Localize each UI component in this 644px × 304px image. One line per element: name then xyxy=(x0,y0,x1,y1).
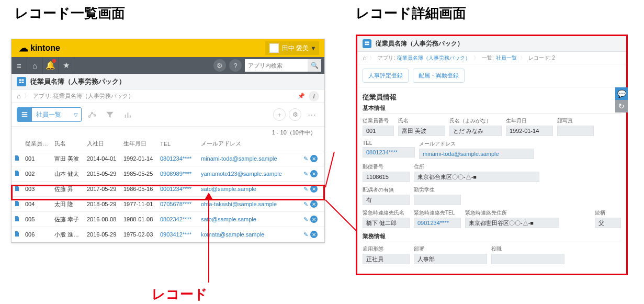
home-crumb-icon[interactable]: ⌂ xyxy=(17,92,21,100)
help-icon[interactable]: ? xyxy=(229,59,242,72)
bar-chart-icon[interactable] xyxy=(120,107,135,122)
svg-rect-14 xyxy=(367,41,369,43)
cell-tel[interactable]: 0908989**** xyxy=(158,166,199,182)
table-row[interactable]: 003佐藤 昇2017-05-291986-05-160001234****sa… xyxy=(12,182,324,197)
settings-button[interactable]: ⚙ xyxy=(289,108,301,121)
table-row[interactable]: 001富田 美波2014-04-011992-01-140801234****m… xyxy=(12,151,324,166)
view-name: 社員一覧 xyxy=(32,110,71,119)
col-birth[interactable]: 生年月日 xyxy=(121,137,158,151)
cell-tel[interactable]: 0001234**** xyxy=(158,182,199,197)
delete-icon[interactable]: ✕ xyxy=(310,155,318,162)
add-button[interactable]: ＋ xyxy=(273,108,286,121)
table-row[interactable]: 005佐藤 幸子2016-08-081988-01-080802342****s… xyxy=(12,212,324,227)
chevron-down-icon: ▽ xyxy=(71,112,81,118)
delete-icon[interactable]: ✕ xyxy=(310,216,318,223)
cell-tel[interactable]: 0802342**** xyxy=(158,212,199,227)
cell-mail[interactable]: komata@sample.sample xyxy=(199,227,301,242)
cell-hire: 2014-04-01 xyxy=(85,151,121,166)
home-crumb-icon[interactable]: ⌂ xyxy=(363,54,366,62)
home-icon[interactable]: ⌂ xyxy=(27,57,43,74)
cell-tel[interactable]: 0903412**** xyxy=(158,227,199,242)
col-tel[interactable]: TEL xyxy=(158,137,199,151)
col-name[interactable]: 氏名 xyxy=(52,137,85,151)
cell-tel[interactable]: 0801234**** xyxy=(158,151,199,166)
delete-icon[interactable]: ✕ xyxy=(310,200,318,208)
svg-rect-1 xyxy=(22,79,24,81)
cell-tel[interactable]: 0705678**** xyxy=(158,197,199,212)
list-window: ☁kintone 田中 愛美 ▾ ≡ ⌂ 🔔 ★ ⚙ ? 🔍 従業員名簿（人事労… xyxy=(11,39,325,243)
btn-hr-eval[interactable]: 人事評定登録 xyxy=(363,69,409,83)
edit-icon[interactable]: ✎ xyxy=(303,186,308,192)
cell-mail[interactable]: minami-toda@sample.sample xyxy=(199,151,301,166)
search-input[interactable] xyxy=(245,59,308,72)
col-hire[interactable]: 入社日 xyxy=(85,137,121,151)
record-icon[interactable] xyxy=(12,212,23,227)
svg-rect-2 xyxy=(19,82,21,83)
cell-name: 太田 隆 xyxy=(52,197,85,212)
app-name: 従業員名簿（人事労務パック） xyxy=(376,39,464,48)
cell-birth: 1975-02-03 xyxy=(121,227,158,242)
val-mail[interactable]: minami-toda@sample.sample xyxy=(419,149,534,159)
table-row[interactable]: 004太田 隆2018-05-291977-11-010705678****oh… xyxy=(12,197,324,212)
cell-hire: 2016-05-29 xyxy=(85,227,121,242)
val-tel[interactable]: 0801234**** xyxy=(363,147,415,157)
user-menu[interactable]: 田中 愛美 ▾ xyxy=(265,41,319,55)
info-icon[interactable]: i xyxy=(309,91,319,102)
svg-rect-13 xyxy=(365,41,367,43)
delete-icon[interactable]: ✕ xyxy=(310,231,318,238)
table-row[interactable]: 006小股 進次郎2016-05-291975-02-030903412****… xyxy=(12,227,324,242)
menu-icon[interactable]: ≡ xyxy=(12,57,27,74)
val-student xyxy=(414,195,461,205)
record-icon[interactable] xyxy=(12,151,23,166)
col-mail[interactable]: メールアドレス xyxy=(199,137,301,151)
view-select[interactable]: 社員一覧 ▽ xyxy=(17,107,82,122)
crumb-view-link[interactable]: 社員一覧 xyxy=(496,54,517,62)
record-icon[interactable] xyxy=(12,197,23,212)
graph-icon[interactable] xyxy=(85,107,99,122)
filter-icon[interactable] xyxy=(103,107,117,122)
more-icon[interactable]: ⋯ xyxy=(304,107,319,122)
section-employee-info: 従業員情報 xyxy=(363,93,621,102)
comment-icon[interactable]: 💬 xyxy=(615,87,628,100)
pin-icon[interactable]: 📌 xyxy=(296,91,307,102)
cell-mail[interactable]: ohta-takashi@sample.sample xyxy=(199,197,301,212)
svg-rect-4 xyxy=(22,112,28,113)
edit-icon[interactable]: ✎ xyxy=(303,231,308,238)
cell-no: 004 xyxy=(23,197,52,212)
edit-icon[interactable]: ✎ xyxy=(303,216,308,222)
brand[interactable]: ☁kintone xyxy=(19,42,60,54)
val-rel: 父 xyxy=(595,218,621,228)
search-box[interactable]: 🔍 xyxy=(245,59,321,72)
val-spouse: 有 xyxy=(363,195,410,205)
bell-icon[interactable]: 🔔 xyxy=(43,57,59,74)
delete-icon[interactable]: ✕ xyxy=(310,185,318,193)
history-icon[interactable]: ↻ xyxy=(615,100,628,112)
cell-no: 002 xyxy=(23,166,52,182)
val-em-tel[interactable]: 0901234**** xyxy=(414,218,461,228)
edit-icon[interactable]: ✎ xyxy=(303,155,308,162)
edit-icon[interactable]: ✎ xyxy=(303,201,308,207)
record-icon[interactable] xyxy=(12,227,23,242)
toolbar: 社員一覧 ▽ ＋ ⚙ ⋯ xyxy=(12,103,324,127)
cell-no: 006 xyxy=(23,227,52,242)
record-icon[interactable] xyxy=(12,182,23,197)
svg-rect-10 xyxy=(125,115,126,118)
star-icon[interactable]: ★ xyxy=(59,57,74,74)
record-icon[interactable] xyxy=(12,166,23,182)
cell-mail[interactable]: sato@sample.sample xyxy=(199,212,301,227)
val-photo xyxy=(557,126,594,136)
gear-icon[interactable]: ⚙ xyxy=(213,59,226,72)
cell-no: 001 xyxy=(23,151,52,166)
val-dept: 人事部 xyxy=(414,254,487,264)
crumb-app-link[interactable]: 従業員名簿（人事労務パック） xyxy=(397,54,470,62)
table-row[interactable]: 002山本 健太2015-05-291985-05-250908989****y… xyxy=(12,166,324,182)
col-no[interactable]: 従業員番号 xyxy=(23,137,52,151)
btn-assign[interactable]: 配属・異動登録 xyxy=(413,69,465,83)
cell-mail[interactable]: sato@sample.sample xyxy=(199,182,301,197)
search-icon[interactable]: 🔍 xyxy=(308,59,321,72)
cell-mail[interactable]: yamamoto123@sample.sample xyxy=(199,166,301,182)
cell-birth: 1992-01-14 xyxy=(121,151,158,166)
edit-icon[interactable]: ✎ xyxy=(303,171,308,177)
delete-icon[interactable]: ✕ xyxy=(310,170,318,177)
nav-bar: ≡ ⌂ 🔔 ★ ⚙ ? 🔍 xyxy=(12,57,324,74)
